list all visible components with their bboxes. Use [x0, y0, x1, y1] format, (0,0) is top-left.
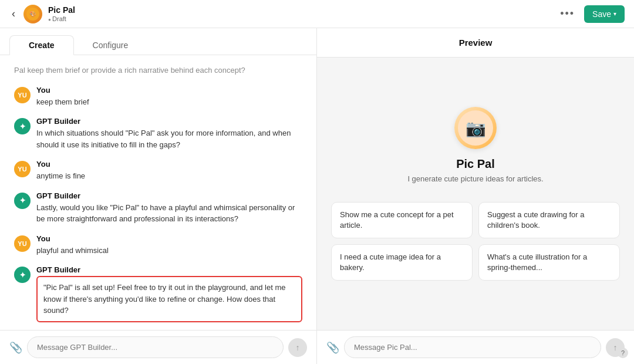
svg-text:🎨: 🎨 [29, 11, 37, 18]
preview-bot-name: Pic Pal [456, 157, 495, 171]
main-content: Create Configure Pal keep them brief or … [0, 28, 634, 364]
message-content-1: You keep them brief [36, 86, 302, 108]
message-content-5: You playful and whimsical [36, 234, 302, 257]
avatar-gpt-2: ✦ [14, 118, 31, 134]
help-question-button[interactable]: ? [618, 348, 628, 358]
message-row-4: ✦ GPT Builder Lastly, would you like "Pi… [14, 191, 302, 225]
right-chat-input-area: 📎 ↑ [317, 330, 634, 364]
preview-bottom: 📎 ↑ ? [317, 330, 634, 364]
message-group-1: YU You keep them brief [14, 86, 302, 108]
app-header: ‹ 🎨 Pic Pal Draft ••• Save ▾ [0, 0, 634, 28]
avatar-you-1: YU [14, 87, 31, 103]
save-button[interactable]: Save ▾ [584, 5, 625, 23]
message-text-3: anytime is fine [36, 170, 302, 182]
message-group-2: ✦ GPT Builder In which situations should… [14, 117, 302, 150]
suggestion-card-1[interactable]: Show me a cute concept for a pet article… [331, 202, 473, 238]
message-group-4: ✦ GPT Builder Lastly, would you like "Pi… [14, 191, 302, 225]
sender-5: You [36, 234, 302, 243]
more-options-button[interactable]: ••• [555, 5, 579, 22]
message-text-1: keep them brief [36, 96, 302, 108]
app-info: Pic Pal Draft [48, 5, 75, 22]
left-panel: Create Configure Pal keep them brief or … [0, 28, 317, 364]
message-group-5: YU You playful and whimsical [14, 234, 302, 257]
header-left: ‹ 🎨 Pic Pal Draft [9, 5, 75, 23]
left-message-input[interactable] [27, 336, 284, 358]
sender-2: GPT Builder [36, 117, 302, 126]
highlighted-message: "Pic Pal" is all set up! Feel free to tr… [36, 276, 302, 322]
preview-bot-description: I generate cute picture ideas for articl… [407, 174, 543, 183]
suggestion-card-4[interactable]: What's a cute illustration for a spring-… [478, 244, 620, 281]
left-attach-button[interactable]: 📎 [9, 341, 22, 354]
right-attach-button[interactable]: 📎 [326, 341, 339, 354]
message-content-2: GPT Builder In which situations should "… [36, 117, 302, 150]
preview-content: 📷 Pic Pal I generate cute picture ideas … [317, 58, 634, 330]
svg-text:📷: 📷 [466, 119, 486, 138]
message-content-4: GPT Builder Lastly, would you like "Pic … [36, 191, 302, 225]
message-row-6: ✦ GPT Builder "Pic Pal" is all set up! F… [14, 265, 302, 322]
message-content-3: You anytime is fine [36, 160, 302, 182]
back-button[interactable]: ‹ [9, 5, 18, 22]
message-row-3: YU You anytime is fine [14, 160, 302, 182]
message-text-5: playful and whimsical [36, 245, 302, 257]
message-group-3: YU You anytime is fine [14, 160, 302, 182]
right-panel: Preview 📷 Pic Pal I generate cute pictur… [317, 28, 634, 364]
avatar-you-5: YU [14, 235, 31, 252]
message-row-2: ✦ GPT Builder In which situations should… [14, 117, 302, 150]
faded-message: Pal keep them brief or provide a rich na… [14, 65, 302, 76]
message-text-2: In which situations should "Pic Pal" ask… [36, 127, 302, 150]
save-label: Save [592, 9, 611, 19]
sender-4: GPT Builder [36, 191, 302, 200]
suggestion-card-3[interactable]: I need a cute image idea for a bakery. [331, 244, 473, 281]
preview-bot-avatar: 📷 [454, 107, 497, 149]
header-right: ••• Save ▾ [555, 5, 625, 23]
message-text-4: Lastly, would you like "Pic Pal" to have… [36, 202, 302, 225]
app-name-label: Pic Pal [48, 5, 75, 15]
left-chat-input-area: 📎 ↑ [0, 330, 316, 364]
app-avatar: 🎨 [23, 5, 42, 23]
tab-create[interactable]: Create [9, 35, 74, 55]
sender-3: You [36, 160, 302, 168]
message-row-1: YU You keep them brief [14, 86, 302, 108]
avatar-gpt-4: ✦ [14, 193, 31, 209]
sender-6: GPT Builder [36, 265, 302, 274]
sender-1: You [36, 86, 302, 95]
save-chevron-icon: ▾ [613, 11, 616, 17]
preview-header: Preview [317, 28, 634, 58]
app-status-label: Draft [48, 15, 75, 22]
left-send-button[interactable]: ↑ [288, 338, 307, 357]
tab-bar: Create Configure [0, 28, 316, 55]
message-row-5: YU You playful and whimsical [14, 234, 302, 257]
avatar-gpt-6: ✦ [14, 267, 31, 283]
chat-area: Pal keep them brief or provide a rich na… [0, 55, 316, 330]
right-message-input[interactable] [344, 336, 601, 358]
message-group-6: ✦ GPT Builder "Pic Pal" is all set up! F… [14, 265, 302, 322]
suggestion-card-2[interactable]: Suggest a cute drawing for a children's … [478, 202, 620, 238]
suggestion-grid: Show me a cute concept for a pet article… [331, 202, 620, 281]
tab-configure[interactable]: Configure [74, 35, 147, 55]
avatar-you-3: YU [14, 161, 31, 177]
message-content-6: GPT Builder "Pic Pal" is all set up! Fee… [36, 265, 302, 322]
